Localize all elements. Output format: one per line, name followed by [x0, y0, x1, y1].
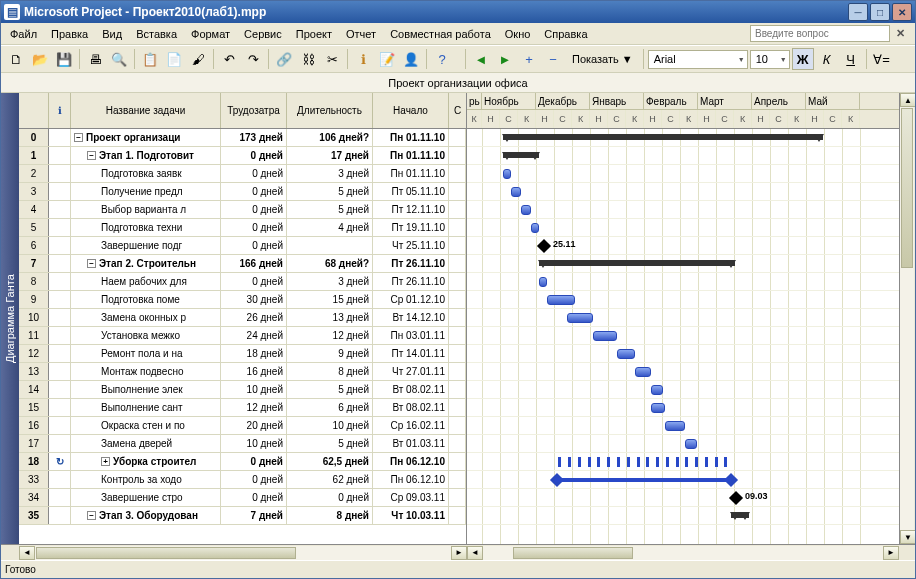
fontsize-dropdown[interactable]: 10▼ [750, 50, 790, 69]
task-name-cell[interactable]: −Этап 2. Строительн [71, 255, 221, 272]
task-bar[interactable] [521, 205, 531, 215]
gantt-hscroll[interactable]: ◄ ► [467, 545, 899, 560]
start-cell[interactable]: Пн 03.01.11 [373, 327, 449, 344]
link-button[interactable]: 🔗 [273, 48, 295, 70]
table-row[interactable]: 34Завершение стро0 дней0 днейСр 09.03.11 [19, 489, 466, 507]
task-name-cell[interactable]: Выбор варианта л [71, 201, 221, 218]
task-bar[interactable] [685, 439, 697, 449]
indent-button[interactable]: ► [494, 48, 516, 70]
table-row[interactable]: 7−Этап 2. Строительн166 дней68 дней?Пт 2… [19, 255, 466, 273]
menu-window[interactable]: Окно [498, 26, 538, 42]
work-cell[interactable]: 18 дней [221, 345, 287, 362]
task-bar[interactable] [665, 421, 685, 431]
col-start[interactable]: Начало [373, 93, 449, 128]
month-header[interactable]: Апрель [752, 93, 806, 109]
task-bar[interactable] [511, 187, 521, 197]
duration-cell[interactable]: 0 дней [287, 489, 373, 506]
minimize-button[interactable]: ─ [848, 3, 868, 21]
work-cell[interactable]: 10 дней [221, 381, 287, 398]
work-cell[interactable]: 10 дней [221, 435, 287, 452]
row-id[interactable]: 14 [19, 381, 49, 398]
row-id[interactable]: 34 [19, 489, 49, 506]
table-row[interactable]: 9Подготовка поме30 дней15 днейСр 01.12.1… [19, 291, 466, 309]
task-name-cell[interactable]: Выполнение сант [71, 399, 221, 416]
task-name-cell[interactable]: Завершение стро [71, 489, 221, 506]
gantt-scroll-left-button[interactable]: ◄ [467, 546, 483, 560]
unlink-button[interactable]: ⛓ [297, 48, 319, 70]
col-name[interactable]: Название задачи [71, 93, 221, 128]
start-cell[interactable]: Вт 08.02.11 [373, 381, 449, 398]
task-name-cell[interactable]: Завершение подг [71, 237, 221, 254]
row-id[interactable]: 1 [19, 147, 49, 164]
duration-cell[interactable]: 106 дней? [287, 129, 373, 146]
help-button[interactable]: ? [431, 48, 453, 70]
row-id[interactable]: 5 [19, 219, 49, 236]
duration-cell[interactable]: 5 дней [287, 435, 373, 452]
scroll-left-button[interactable]: ◄ [19, 546, 35, 560]
view-bar[interactable]: Диаграмма Ганта [1, 93, 19, 544]
start-cell[interactable]: Чт 25.11.10 [373, 237, 449, 254]
start-cell[interactable]: Пт 14.01.11 [373, 345, 449, 362]
row-id[interactable]: 2 [19, 165, 49, 182]
task-name-cell[interactable]: Замена дверей [71, 435, 221, 452]
show-subtasks-button[interactable]: + [518, 48, 540, 70]
table-row[interactable]: 15Выполнение сант12 дней6 днейВт 08.02.1… [19, 399, 466, 417]
copy-button[interactable]: 📋 [139, 48, 161, 70]
task-bar[interactable] [635, 367, 651, 377]
start-cell[interactable]: Пн 01.11.10 [373, 165, 449, 182]
work-cell[interactable]: 173 дней [221, 129, 287, 146]
filter-button[interactable]: ∀= [871, 48, 893, 70]
start-cell[interactable]: Чт 10.03.11 [373, 507, 449, 524]
expand-icon[interactable]: + [101, 457, 110, 466]
table-hscroll[interactable]: ◄ ► [19, 545, 467, 560]
table-row[interactable]: 3Получение предл0 дней5 днейПт 05.11.10 [19, 183, 466, 201]
table-row[interactable]: 17Замена дверей10 дней5 днейВт 01.03.11 [19, 435, 466, 453]
task-name-cell[interactable]: Подготовка поме [71, 291, 221, 308]
task-name-cell[interactable]: Монтаж подвесно [71, 363, 221, 380]
row-id[interactable]: 17 [19, 435, 49, 452]
work-cell[interactable]: 12 дней [221, 399, 287, 416]
duration-cell[interactable]: 9 дней [287, 345, 373, 362]
start-cell[interactable]: Пн 01.11.10 [373, 147, 449, 164]
duration-cell[interactable]: 8 дней [287, 363, 373, 380]
open-button[interactable]: 📂 [29, 48, 51, 70]
table-row[interactable]: 16Окраска стен и по20 дней10 днейСр 16.0… [19, 417, 466, 435]
work-cell[interactable]: 0 дней [221, 165, 287, 182]
work-cell[interactable]: 16 дней [221, 363, 287, 380]
preview-button[interactable]: 🔍 [108, 48, 130, 70]
row-id[interactable]: 6 [19, 237, 49, 254]
task-name-cell[interactable]: Наем рабочих для [71, 273, 221, 290]
expand-icon[interactable]: − [87, 511, 96, 520]
table-row[interactable]: 8Наем рабочих для0 дней3 днейПт 26.11.10 [19, 273, 466, 291]
font-dropdown[interactable]: Arial▼ [648, 50, 748, 69]
start-cell[interactable]: Пт 19.11.10 [373, 219, 449, 236]
close-button[interactable]: ✕ [892, 3, 912, 21]
task-bar[interactable] [503, 169, 511, 179]
start-cell[interactable]: Чт 27.01.11 [373, 363, 449, 380]
duration-cell[interactable]: 17 дней [287, 147, 373, 164]
table-row[interactable]: 2Подготовка заявк0 дней3 днейПн 01.11.10 [19, 165, 466, 183]
outdent-button[interactable]: ◄ [470, 48, 492, 70]
work-cell[interactable]: 0 дней [221, 273, 287, 290]
italic-button[interactable]: К [816, 48, 838, 70]
start-cell[interactable]: Пн 06.12.10 [373, 471, 449, 488]
duration-cell[interactable] [287, 237, 373, 254]
task-bar[interactable] [531, 223, 539, 233]
task-bar[interactable] [593, 331, 617, 341]
start-cell[interactable]: Ср 09.03.11 [373, 489, 449, 506]
scroll-down-button[interactable]: ▼ [900, 530, 915, 544]
milestone-diamond[interactable] [729, 491, 743, 505]
table-row[interactable]: 11Установка межко24 дней12 днейПн 03.01.… [19, 327, 466, 345]
start-cell[interactable]: Пт 12.11.10 [373, 201, 449, 218]
maximize-button[interactable]: □ [870, 3, 890, 21]
scroll-up-button[interactable]: ▲ [900, 93, 915, 107]
col-work[interactable]: Трудозатра [221, 93, 287, 128]
duration-cell[interactable]: 12 дней [287, 327, 373, 344]
task-bar[interactable] [547, 295, 575, 305]
col-extra[interactable]: С [449, 93, 466, 128]
table-row[interactable]: 35−Этап 3. Оборудован7 дней8 днейЧт 10.0… [19, 507, 466, 525]
menu-file[interactable]: Файл [3, 26, 44, 42]
row-id[interactable]: 4 [19, 201, 49, 218]
row-id[interactable]: 0 [19, 129, 49, 146]
duration-cell[interactable]: 62 дней [287, 471, 373, 488]
